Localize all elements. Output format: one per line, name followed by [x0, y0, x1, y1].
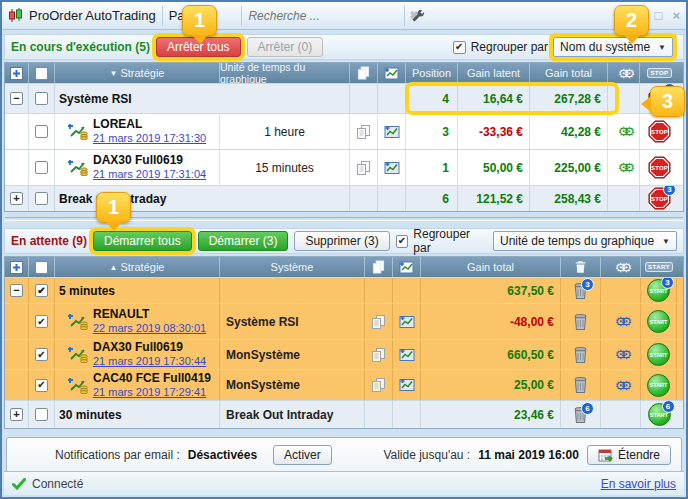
running-col-gain-total[interactable]: Gain total [530, 63, 608, 83]
copy-button[interactable] [350, 114, 378, 149]
start-group-button[interactable]: START 6 [648, 403, 671, 426]
settings-gears-icon[interactable]: ⚙⚙ [615, 315, 626, 328]
strategy-date-link[interactable]: 21 mars 2019 17:31:30 [93, 132, 206, 145]
open-chart-button[interactable] [393, 304, 421, 339]
stop-group-button[interactable]: STOP 3 [648, 187, 671, 210]
table-row-5-minutes[interactable]: − ✔ 5 minutes 637,50 € 3 START 3 [5, 277, 683, 303]
table-row-dax30[interactable]: ✔ DAX30 Full0619 21 mars 2019 17:31:04 1… [5, 149, 683, 185]
start-button[interactable]: START [647, 343, 670, 366]
table-row-dax30-pending[interactable]: ✔ DAX30 Full0619 21 mars 2019 17:30:44 M… [5, 339, 683, 369]
row-checkbox[interactable]: ✔ [35, 348, 48, 361]
row-checkbox[interactable]: ✔ [35, 125, 48, 138]
search-input[interactable] [248, 9, 405, 23]
gain-total-value: 225,00 € [530, 150, 608, 185]
chart-column-icon[interactable] [393, 257, 421, 277]
trash-column-icon[interactable] [561, 257, 601, 277]
strategy-date-link[interactable]: 22 mars 2019 08:30:01 [93, 322, 206, 335]
copy-column-icon[interactable] [350, 63, 378, 83]
expand-icon[interactable]: + [10, 408, 23, 421]
notifications-value: Désactivées [188, 448, 257, 462]
copy-button[interactable] [350, 150, 378, 185]
pending-groupby-label: Regrouper par [413, 227, 488, 255]
system-name: Break Out Intraday [220, 401, 365, 428]
row-checkbox[interactable]: ✔ [35, 92, 48, 105]
pending-col-strategy[interactable]: ▲ Stratégie [55, 257, 220, 277]
gears-column-icon[interactable]: ⚙⚙ [608, 63, 640, 83]
table-row-renault[interactable]: ✔ RENAULT 22 mars 2019 08:30:01 Système … [5, 303, 683, 339]
table-row-30-minutes[interactable]: + ✔ 30 minutes Break Out Intraday 23,46 … [5, 400, 683, 428]
gears-column-icon[interactable]: ⚙⚙ [601, 257, 641, 277]
table-row-loreal[interactable]: ✔ LOREAL 21 mars 2019 17:31:30 1 heure 3… [5, 113, 683, 149]
delete-selected-button[interactable]: Supprimer (3) [294, 231, 389, 251]
running-col-position[interactable]: Position [406, 63, 458, 83]
row-checkbox[interactable]: ✔ [35, 379, 48, 392]
row-checkbox[interactable]: ✔ [35, 408, 48, 421]
collapse-icon[interactable]: − [10, 92, 23, 105]
copy-column-icon[interactable] [365, 257, 393, 277]
stop-selected-button[interactable]: Arrêter (0) [247, 37, 324, 57]
row-checkbox[interactable]: ✔ [35, 315, 48, 328]
row-checkbox[interactable]: ✔ [35, 161, 48, 174]
strategy-name: LOREAL [93, 118, 206, 132]
open-chart-button[interactable] [393, 370, 421, 400]
pending-col-system[interactable]: Système [220, 257, 365, 277]
running-groupby-dropdown[interactable]: Nom du système ▼ [553, 37, 673, 57]
collapse-icon[interactable]: − [10, 284, 23, 297]
pending-groupby-dropdown[interactable]: Unité de temps du graphique ▼ [493, 231, 677, 251]
strategy-date-link[interactable]: 21 mars 2019 17:31:04 [93, 168, 206, 181]
start-all-button[interactable]: Démarrer tous [93, 231, 192, 251]
running-col-timeframe[interactable]: Unité de temps du graphique [220, 63, 350, 83]
copy-button[interactable] [365, 304, 393, 339]
titlebar-divider [241, 6, 242, 26]
start-column-icon[interactable]: START [641, 257, 677, 277]
strategy-date-link[interactable]: 21 mars 2019 17:29:41 [93, 386, 211, 399]
delete-button[interactable] [572, 313, 589, 331]
pending-groupby-checkbox[interactable]: ✔ [396, 235, 409, 248]
settings-wrench-icon[interactable] [411, 9, 425, 23]
stop-button[interactable]: STOP [648, 156, 671, 179]
delete-group-button[interactable]: 6 [572, 406, 589, 424]
expand-icon[interactable]: + [10, 192, 23, 205]
trash-badge: 6 [581, 402, 594, 415]
activate-notifications-button[interactable]: Activer [273, 445, 332, 465]
delete-button[interactable] [572, 346, 589, 364]
start-button[interactable]: START [647, 374, 670, 397]
expand-all-header-icon[interactable] [5, 63, 29, 83]
copy-button[interactable] [365, 340, 393, 369]
open-chart-button[interactable] [378, 150, 406, 185]
stop-button[interactable]: STOP [648, 120, 671, 143]
row-checkbox[interactable]: ✔ [35, 284, 48, 297]
delete-button[interactable] [572, 376, 589, 394]
sort-asc-icon: ▲ [110, 263, 118, 272]
pending-toolbar: En attente (9) Démarrer tous Démarrer (3… [4, 228, 684, 254]
settings-gears-icon[interactable]: ⚙⚙ [615, 379, 626, 392]
table-row-cac40[interactable]: ✔ CAC40 FCE Full0419 21 mars 2019 17:29:… [5, 369, 683, 400]
copy-button[interactable] [365, 370, 393, 400]
expand-all-header-icon[interactable] [5, 257, 29, 277]
close-button[interactable]: × [672, 8, 680, 23]
running-col-gain-latent[interactable]: Gain latent [458, 63, 530, 83]
chart-column-icon[interactable] [378, 63, 406, 83]
start-button[interactable]: START [647, 310, 670, 333]
running-groupby-checkbox[interactable]: ✔ [453, 41, 466, 54]
settings-gears-icon[interactable]: ⚙⚙ [615, 348, 626, 361]
start-group-button[interactable]: START 3 [647, 279, 670, 302]
start-selected-button[interactable]: Démarrer (3) [198, 231, 289, 251]
table-row-systeme-rsi[interactable]: − ✔ Système RSI 4 16,64 € 267,28 € STOP … [5, 83, 683, 113]
stop-column-icon[interactable]: STOP [640, 63, 679, 83]
settings-gears-icon[interactable]: ⚙⚙ [618, 125, 629, 138]
pending-col-gain-total[interactable]: Gain total [421, 257, 561, 277]
running-col-strategy[interactable]: ▼ Stratégie [55, 63, 220, 83]
running-header-checkbox[interactable]: ✔ [29, 63, 55, 83]
strategy-date-link[interactable]: 21 mars 2019 17:30:44 [93, 355, 206, 368]
pending-header-checkbox[interactable]: ✔ [29, 257, 55, 277]
delete-group-button[interactable]: 3 [572, 282, 589, 300]
row-checkbox[interactable]: ✔ [35, 192, 48, 205]
gain-total-value: 258,43 € [530, 186, 608, 211]
maximize-button[interactable]: □ [655, 8, 663, 23]
open-chart-button[interactable] [378, 114, 406, 149]
open-chart-button[interactable] [393, 340, 421, 369]
learn-more-link[interactable]: En savoir plus [601, 477, 676, 491]
settings-gears-icon[interactable]: ⚙⚙ [618, 161, 629, 174]
extend-button[interactable]: Étendre [587, 445, 671, 465]
